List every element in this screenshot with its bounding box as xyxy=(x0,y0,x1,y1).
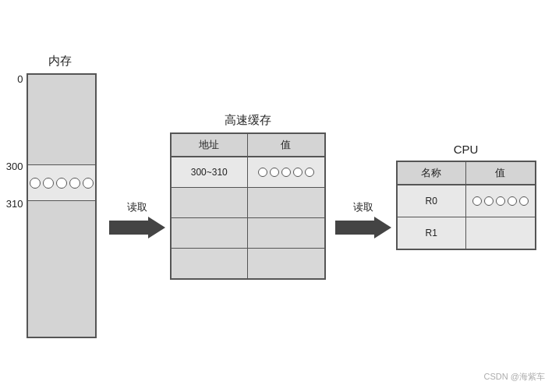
cache-cell-addr-1: 300~310 xyxy=(172,157,249,187)
mem-num-300: 300 xyxy=(6,161,23,172)
cache-header-val: 值 xyxy=(248,134,324,156)
cache-section: 高速缓存 地址 值 300~310 xyxy=(170,113,326,280)
cpu-cell-name-r0: R0 xyxy=(398,185,467,217)
cache-cell-addr-4 xyxy=(172,249,249,278)
circle xyxy=(258,168,267,177)
circle xyxy=(519,196,529,206)
cache-circles-1 xyxy=(258,168,314,177)
circle xyxy=(484,196,494,206)
arrow1-container: 读取 xyxy=(109,200,165,238)
memory-circles xyxy=(30,178,94,189)
circle xyxy=(508,196,517,206)
arrow1 xyxy=(109,217,165,238)
arrow1-body xyxy=(109,221,148,235)
cache-cell-val-2 xyxy=(248,188,324,217)
cpu-header-name: 名称 xyxy=(398,162,467,184)
cpu-header-val: 值 xyxy=(466,162,535,184)
cpu-row-r0: R0 xyxy=(398,185,535,217)
arrow1-head xyxy=(148,217,165,238)
diagram-container: 内存 0 300 310 读取 xyxy=(0,0,559,392)
circle xyxy=(305,168,314,177)
arrow2 xyxy=(335,217,391,238)
cache-row-4 xyxy=(172,249,324,278)
memory-section: 内存 0 300 310 xyxy=(23,54,97,338)
watermark: CSDN @海紫车 xyxy=(484,371,545,383)
cache-cell-val-3 xyxy=(248,218,324,248)
cache-row-3 xyxy=(172,218,324,249)
cache-cell-val-4 xyxy=(248,249,324,278)
cpu-row-r1: R1 xyxy=(398,217,535,249)
arrow2-body xyxy=(335,221,374,235)
cache-box: 地址 值 300~310 xyxy=(170,132,326,280)
cpu-cell-val-r1 xyxy=(466,217,535,249)
cache-label: 高速缓存 xyxy=(225,113,271,128)
memory-box xyxy=(27,73,97,338)
memory-outer: 0 300 310 xyxy=(23,73,97,338)
circle xyxy=(281,168,291,177)
circle xyxy=(43,178,54,189)
circle xyxy=(56,178,67,189)
cache-cell-val-1 xyxy=(248,157,324,187)
cpu-header: 名称 值 xyxy=(398,162,535,185)
mem-num-0: 0 xyxy=(17,73,23,85)
cache-cell-addr-3 xyxy=(172,218,249,248)
circle xyxy=(69,178,80,189)
arrow1-label: 读取 xyxy=(127,200,147,214)
cache-header: 地址 值 xyxy=(172,134,324,157)
arrow2-head xyxy=(374,217,391,238)
circle xyxy=(270,168,279,177)
cpu-label: CPU xyxy=(454,143,479,156)
arrow2-label: 读取 xyxy=(353,200,373,214)
circle xyxy=(30,178,41,189)
circle xyxy=(83,178,94,189)
circle xyxy=(496,196,505,206)
cpu-cell-val-r0 xyxy=(466,185,535,217)
circle xyxy=(472,196,482,206)
memory-label: 内存 xyxy=(48,54,72,69)
mem-num-310: 310 xyxy=(6,198,23,210)
cache-cell-addr-2 xyxy=(172,188,249,217)
cache-row-2 xyxy=(172,188,324,218)
cpu-cell-name-r1: R1 xyxy=(398,217,467,249)
cpu-box: 名称 值 R0 R1 xyxy=(396,161,536,250)
memory-highlight-row xyxy=(28,164,95,201)
circle xyxy=(293,168,302,177)
cache-header-addr: 地址 xyxy=(172,134,249,156)
cpu-circles-r0 xyxy=(472,196,529,206)
cache-row-1: 300~310 xyxy=(172,157,324,188)
cpu-section: CPU 名称 值 R0 xyxy=(396,143,536,250)
arrow2-container: 读取 xyxy=(335,200,391,238)
